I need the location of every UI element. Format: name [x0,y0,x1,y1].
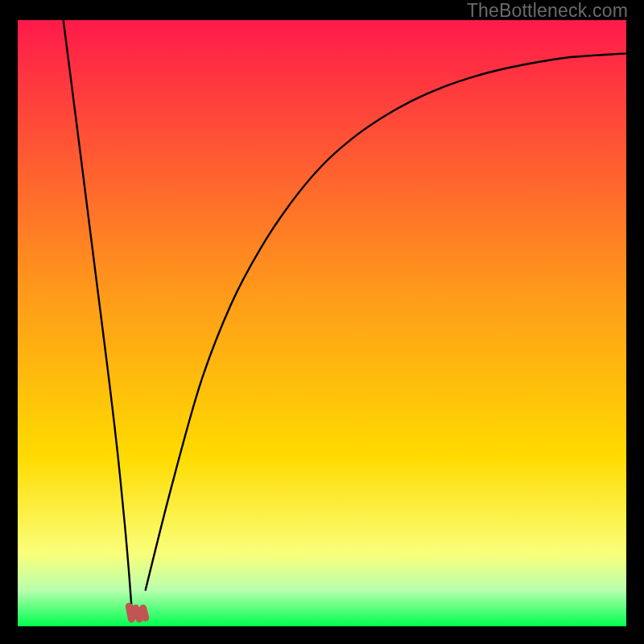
chart-container: TheBottleneck.com [0,0,644,644]
plot-area [18,20,626,626]
minimum-bump [129,606,145,619]
gradient-background [18,20,626,626]
watermark-text: TheBottleneck.com [467,0,628,22]
